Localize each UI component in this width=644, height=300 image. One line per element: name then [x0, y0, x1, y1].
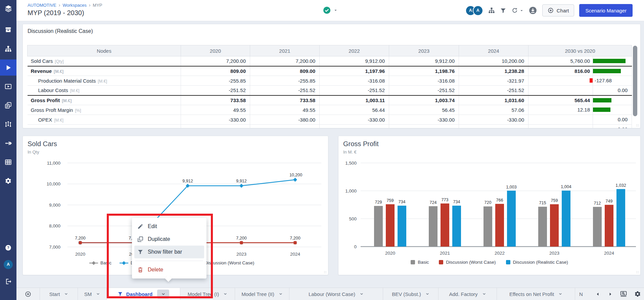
cell-value: 56.44	[320, 105, 389, 115]
bar[interactable]	[441, 204, 449, 247]
refresh-caret-icon[interactable]	[520, 9, 523, 12]
scenario-status-check-icon[interactable]	[323, 6, 331, 14]
panel-resize-handle[interactable]: ∷	[324, 270, 326, 274]
tab-menu-chevron-button[interactable]	[157, 290, 169, 299]
dashboard-tab-bar: StartSMDashboardModel Tree (I)Model Tree…	[16, 288, 644, 300]
breadcrumb-workspace[interactable]: AUTOMOTIVE	[28, 3, 56, 8]
sidebar-item-presentation-play[interactable]	[0, 78, 16, 94]
tab-truncated[interactable]: N	[579, 291, 588, 297]
bar[interactable]	[398, 206, 406, 247]
bar[interactable]	[495, 204, 504, 247]
tab-model-tree-i-[interactable]: Model Tree (I)	[180, 288, 235, 300]
tabs-scroll-left-button[interactable]	[595, 292, 600, 297]
sitemap-icon[interactable]	[488, 7, 495, 14]
tab-settings-gear-icon[interactable]	[634, 291, 641, 297]
app-logo-icon[interactable]	[0, 5, 16, 13]
sidebar-item-copy[interactable]	[0, 97, 16, 113]
filter-icon	[118, 291, 123, 297]
sidebar-item-logout[interactable]	[0, 273, 16, 290]
plus-circle-icon	[25, 291, 31, 297]
data-point[interactable]	[293, 178, 297, 182]
data-point[interactable]	[239, 184, 243, 188]
panel-resize-handle[interactable]: ∷	[636, 270, 639, 274]
chevron-down-icon	[64, 292, 68, 296]
gross-profit-chart-panel: 1,5001,000500020202021202220232024729724…	[338, 136, 641, 275]
menu-item-edit[interactable]: Edit	[132, 220, 206, 233]
table-scrollbar[interactable]	[633, 46, 637, 116]
bar[interactable]	[484, 206, 492, 247]
bar[interactable]	[562, 190, 570, 247]
tab-dashboard[interactable]: Dashboard	[107, 288, 180, 300]
add-chart-button[interactable]: Chart	[542, 4, 574, 16]
bar[interactable]	[538, 207, 547, 247]
tab-labour-worst-case-[interactable]: Labour (Worst Case)	[289, 288, 383, 300]
sidebar-item-play[interactable]	[0, 59, 16, 76]
legend-item[interactable]: Discussion (Worst Case)	[439, 260, 496, 265]
menu-item-show-filter-bar[interactable]: Show filter bar	[134, 246, 204, 258]
sidebar-item-archive[interactable]	[0, 22, 16, 38]
bar[interactable]	[507, 191, 516, 247]
breadcrumb-workspaces[interactable]: Workspaces	[62, 3, 86, 8]
download-icon[interactable]	[528, 6, 537, 15]
svg-text:?: ?	[7, 246, 9, 250]
tab-start[interactable]: Start	[40, 288, 78, 300]
bar[interactable]	[616, 189, 625, 247]
svg-text:1,500: 1,500	[345, 161, 357, 166]
data-point[interactable]	[79, 241, 82, 244]
tab-sm[interactable]: SM	[78, 288, 107, 300]
sidebar-item-table-grid[interactable]	[0, 154, 16, 170]
presentation-search-icon[interactable]	[620, 291, 627, 297]
svg-text:2023: 2023	[236, 252, 246, 257]
legend-item[interactable]: Basic	[411, 260, 429, 265]
sidebar-item-gear[interactable]	[0, 173, 16, 189]
bar[interactable]	[386, 204, 395, 247]
download-icon	[528, 6, 537, 15]
sidebar-item-node-graph[interactable]	[0, 116, 16, 132]
scenario-manager-button[interactable]: Scenario Manager	[579, 4, 633, 17]
menu-item-delete[interactable]: Delete	[132, 263, 206, 276]
table-row: G&A[M.€]-70.00-70.00-70.00-70.00-70.000.…	[28, 125, 632, 129]
menu-item-duplicate[interactable]: Duplicate	[132, 233, 206, 246]
sidebar-item-help[interactable]: ?	[0, 240, 16, 256]
chevron-down-icon	[279, 292, 283, 296]
menu-item-label: Edit	[148, 223, 157, 229]
bar[interactable]	[593, 207, 602, 247]
bar[interactable]	[452, 206, 461, 247]
cell-value: -330.00	[389, 115, 459, 125]
cell-value: -251.52	[181, 86, 250, 95]
scenario-status-caret-icon[interactable]	[334, 8, 337, 12]
tab-label: BEV (Subst.)	[392, 291, 421, 297]
sidebar-avatar[interactable]: A	[0, 256, 16, 272]
tab-bev-subst-[interactable]: BEV (Subst.)	[383, 288, 439, 300]
cell-value: 1,003.11	[320, 95, 389, 105]
bar[interactable]	[429, 206, 438, 247]
refresh-control[interactable]	[511, 7, 523, 14]
double-arrow-icon	[5, 140, 12, 147]
add-tab-button[interactable]	[16, 288, 40, 300]
filter-icon[interactable]	[500, 7, 506, 14]
panel-resize-handle[interactable]: ∷	[636, 123, 639, 128]
caret-down-icon	[279, 292, 283, 296]
refresh-icon[interactable]	[511, 7, 518, 14]
tab-effects-on-net-profit[interactable]: Effects on Net Profit	[497, 288, 575, 300]
data-label: 715	[539, 201, 546, 205]
plus-circle-icon	[548, 7, 554, 13]
bar[interactable]	[374, 206, 383, 247]
sidebar-item-sitemap[interactable]	[0, 41, 16, 57]
avatar[interactable]: A	[473, 5, 483, 16]
bar[interactable]	[605, 205, 613, 247]
chevron-down-icon	[558, 292, 562, 296]
data-label: 729	[375, 200, 382, 205]
sidebar-item-double-arrow[interactable]	[0, 135, 16, 151]
help-icon: ?	[5, 244, 12, 251]
data-label: 1,004	[561, 184, 571, 189]
legend-item[interactable]: Discussion (Realistic Case)	[506, 260, 568, 265]
cell-value: -251.52	[250, 86, 320, 95]
tabs-scroll-right-button[interactable]	[608, 292, 613, 297]
tab-add-factory[interactable]: Add. Factory	[439, 288, 497, 300]
tab-model-tree-ii-[interactable]: Model Tree (II)	[235, 288, 289, 300]
bar[interactable]	[550, 204, 559, 247]
data-point[interactable]	[294, 241, 297, 244]
legend-item[interactable]: Basic	[89, 260, 111, 265]
data-point[interactable]	[240, 241, 243, 244]
